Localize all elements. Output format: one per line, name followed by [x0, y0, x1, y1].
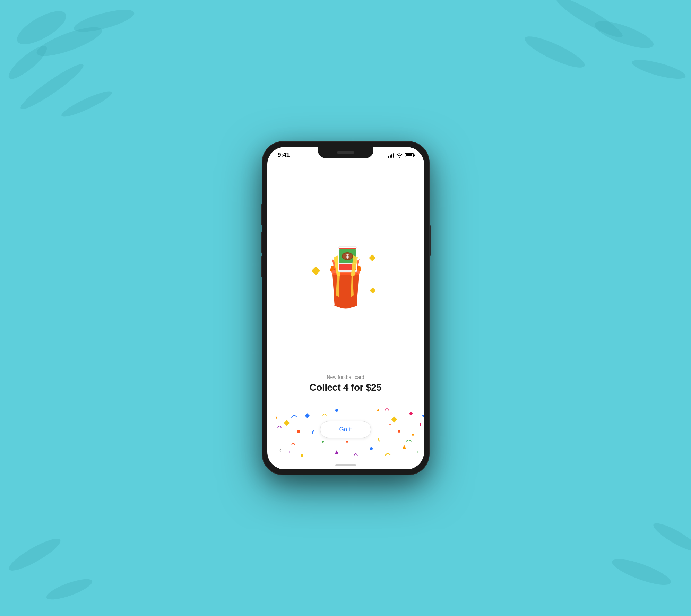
svg-text:+: + [288, 450, 291, 455]
phone-device: 9:41 [262, 142, 429, 475]
phone-notch [318, 147, 373, 158]
svg-rect-33 [339, 248, 356, 249]
card-title: Collect 4 for $25 [310, 382, 382, 393]
signal-icon [388, 153, 394, 158]
svg-marker-58 [403, 445, 406, 449]
svg-point-11 [44, 575, 94, 604]
svg-point-55 [301, 454, 303, 457]
back-button[interactable]: ‹ [279, 446, 282, 454]
wifi-icon [396, 153, 403, 158]
svg-rect-48 [275, 415, 277, 419]
svg-rect-45 [312, 430, 314, 434]
pack-svg [311, 240, 380, 316]
illustration-area [311, 182, 380, 374]
svg-point-9 [522, 31, 588, 73]
card-subtitle: New football card [310, 374, 382, 380]
svg-point-8 [630, 56, 687, 83]
go-it-button[interactable]: Go it [320, 421, 371, 438]
status-icons [388, 153, 414, 158]
svg-point-54 [346, 441, 348, 443]
svg-point-0 [12, 5, 71, 51]
screen-content: New football card Collect 4 for $25 [267, 147, 424, 469]
svg-point-42 [412, 434, 414, 436]
svg-point-6 [592, 16, 656, 54]
svg-point-56 [422, 415, 424, 417]
notch-speaker [337, 151, 354, 154]
svg-rect-35 [304, 413, 309, 418]
svg-marker-57 [335, 450, 338, 454]
svg-point-53 [377, 409, 379, 411]
go-button-container: Go it [320, 421, 371, 438]
svg-point-4 [17, 60, 87, 114]
svg-point-38 [297, 430, 300, 433]
svg-rect-34 [284, 420, 290, 426]
svg-rect-16 [370, 287, 375, 293]
svg-text:+: + [389, 422, 391, 427]
svg-point-39 [335, 409, 338, 412]
svg-rect-37 [409, 411, 413, 415]
svg-point-43 [322, 441, 324, 443]
svg-point-44 [370, 447, 373, 450]
svg-rect-15 [369, 254, 376, 261]
svg-point-1 [34, 21, 105, 61]
svg-point-13 [650, 519, 691, 556]
phone-screen: 9:41 [267, 147, 424, 469]
card-pack-illustration [311, 240, 380, 316]
svg-point-41 [398, 430, 400, 433]
svg-rect-36 [391, 416, 397, 422]
svg-point-5 [59, 88, 114, 121]
svg-rect-46 [378, 438, 379, 441]
svg-rect-47 [420, 422, 421, 426]
svg-point-12 [610, 554, 673, 590]
svg-text:+: + [416, 450, 419, 455]
svg-point-3 [72, 5, 136, 36]
text-section: New football card Collect 4 for $25 [296, 374, 396, 393]
battery-icon [405, 153, 414, 157]
svg-point-2 [5, 42, 51, 84]
status-time: 9:41 [278, 151, 290, 159]
svg-point-10 [6, 534, 63, 575]
svg-point-7 [553, 0, 626, 42]
home-indicator [335, 464, 356, 466]
svg-rect-14 [311, 266, 320, 275]
